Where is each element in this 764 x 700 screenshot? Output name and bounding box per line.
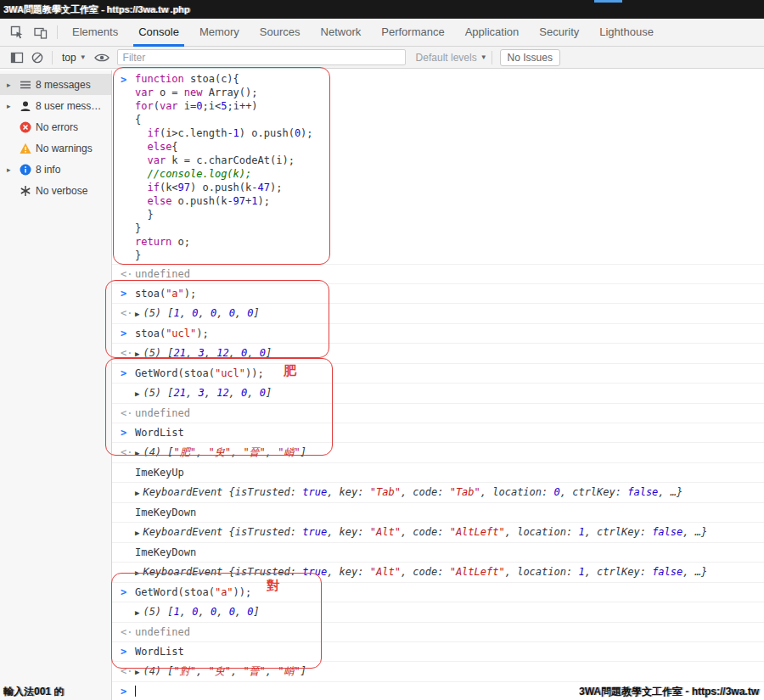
divider: [57, 25, 58, 39]
issues-badge[interactable]: No Issues: [500, 49, 560, 66]
sidebar-item-info[interactable]: ▸8 info: [0, 159, 111, 180]
tab-lighthouse[interactable]: Lighthouse: [589, 19, 664, 47]
console-entry-content: ▶(5) [21, 3, 12, 0, 0]: [135, 385, 757, 401]
inspect-element-icon[interactable]: [5, 21, 29, 43]
disclosure-triangle-icon[interactable]: ▶: [135, 310, 139, 318]
disclosure-triangle-icon[interactable]: ▶: [135, 350, 139, 358]
tab-memory[interactable]: Memory: [189, 19, 250, 47]
code-line: else o.push(k-97+1);: [135, 194, 757, 208]
sidebar-item-errors[interactable]: No errors: [0, 116, 111, 137]
user-icon: [20, 100, 31, 112]
active-tab-accent-line: [594, 0, 622, 3]
list-icon: [20, 79, 31, 91]
result-arrow-icon: <·: [121, 305, 135, 321]
page-title-suffix: .php: [170, 4, 189, 14]
input-chevron-icon: >: [121, 684, 135, 699]
disclosure-triangle-icon[interactable]: ▶: [135, 668, 139, 676]
sidebar-item-label: No warnings: [36, 143, 93, 154]
console-entry-log: ImeKeyDown: [112, 502, 764, 522]
chevron-down-icon: ▼: [80, 53, 87, 61]
console-toolbar: top ▼ Default levels ▼ No Issues: [0, 47, 764, 69]
tab-performance[interactable]: Performance: [371, 19, 454, 47]
console-entry-content: GetWord(stoa("ucl"));: [135, 366, 757, 381]
devtools-panel: ElementsConsoleMemorySourcesNetworkPerfo…: [0, 19, 764, 700]
tab-security[interactable]: Security: [529, 19, 589, 47]
console-entry-result: <·▶(5) [1, 0, 0, 0, 0]: [112, 303, 764, 323]
console-entry-content: GetWord(stoa("a"));: [135, 585, 757, 600]
code-line: //console.log(k);: [135, 167, 757, 181]
clear-console-icon[interactable]: [27, 48, 48, 67]
console-entry-result: <·undefined: [112, 622, 764, 641]
sidebar-item-label: 8 messages: [36, 79, 91, 91]
input-chevron-icon: >: [121, 286, 135, 301]
console-entry-log: ▶(5) [21, 3, 12, 0, 0]: [112, 383, 764, 403]
console-entry-result: <·undefined: [112, 264, 764, 283]
code-line: else{: [135, 140, 757, 154]
console-sidebar-toggle-icon[interactable]: [7, 48, 27, 67]
tab-network[interactable]: Network: [311, 19, 372, 47]
expand-arrow-icon[interactable]: ▸: [7, 102, 15, 110]
watermark-bottom-left: 輸入法001 的: [3, 685, 64, 699]
code-line: }: [135, 221, 757, 235]
sidebar-item-label: No verbose: [36, 185, 87, 197]
console-entry-log: ▶KeyboardEvent {isTrusted: true, key: "A…: [112, 562, 764, 582]
sidebar-item-verbose[interactable]: No verbose: [0, 180, 111, 201]
input-chevron-icon: >: [121, 585, 135, 600]
sidebar-item-user-messages[interactable]: ▸8 user mess…: [0, 95, 111, 116]
devtools-tabbar: ElementsConsoleMemorySourcesNetworkPerfo…: [0, 19, 764, 47]
sidebar-item-warnings[interactable]: No warnings: [0, 137, 111, 159]
console-entry-result: <·▶(5) [21, 3, 12, 0, 0]: [112, 343, 764, 363]
info-icon: [20, 164, 31, 176]
screen: 3WA問題教學文工作室 - https://3wa.tw .php Elemen…: [0, 0, 764, 700]
log-levels-label: Default levels: [416, 52, 477, 64]
tab-console[interactable]: Console: [128, 19, 189, 47]
code-line: if(i>c.length-1) o.push(0);: [135, 126, 757, 140]
disclosure-triangle-icon[interactable]: ▶: [135, 489, 139, 497]
console-entry-log: ImeKeyUp: [112, 462, 764, 482]
console-entry-log: ▶(5) [1, 0, 0, 0, 0]: [112, 602, 764, 622]
code-line: function stoa(c){: [135, 72, 757, 86]
code-line: }: [135, 249, 757, 262]
disclosure-triangle-icon[interactable]: ▶: [135, 449, 139, 457]
live-expression-eye-icon[interactable]: [92, 48, 112, 67]
context-selector[interactable]: top ▼: [57, 52, 92, 64]
disclosure-triangle-icon[interactable]: ▶: [135, 608, 139, 617]
console-entry-input: >stoa("ucl");: [112, 323, 764, 343]
tab-application[interactable]: Application: [455, 19, 530, 47]
code-line: }: [135, 208, 757, 221]
result-arrow-icon: <·: [121, 664, 135, 679]
sidebar-item-label: 8 info: [36, 164, 60, 176]
sidebar-item-label: No errors: [36, 121, 78, 133]
console-entry-content: ImeKeyUp: [135, 465, 757, 480]
devtools-tabs: ElementsConsoleMemorySourcesNetworkPerfo…: [62, 19, 664, 47]
code-line: var k = c.charCodeAt(i);: [135, 154, 757, 167]
result-arrow-icon: <·: [121, 406, 135, 421]
console-entry-content: undefined: [135, 266, 757, 282]
console-entry-input: >stoa("a");: [112, 283, 764, 303]
code-line: var o = new Array();: [135, 86, 757, 99]
expand-arrow-icon[interactable]: ▸: [7, 165, 15, 174]
disclosure-triangle-icon[interactable]: ▶: [135, 568, 139, 577]
verbose-icon: [20, 185, 31, 197]
console-entry-content: ▶(4) ["對", "臾", "晉", "峭"]: [135, 664, 757, 680]
disclosure-triangle-icon[interactable]: ▶: [135, 529, 139, 537]
filter-input[interactable]: [117, 49, 406, 65]
console-entry-content: WordList: [135, 425, 757, 440]
chevron-down-icon: ▼: [480, 53, 487, 61]
console-entry-content: stoa("a");: [135, 286, 757, 301]
log-levels-selector[interactable]: Default levels ▼: [416, 52, 487, 64]
device-toolbar-icon[interactable]: [29, 21, 53, 43]
console-entry-input: >WordList: [112, 641, 764, 661]
sidebar-item-messages[interactable]: ▸8 messages: [0, 74, 111, 95]
console-log: >function stoa(c){var o = new Array();fo…: [112, 70, 764, 700]
console-entry-content: undefined: [135, 406, 757, 421]
console-entry-content: ▶(5) [1, 0, 0, 0, 0]: [135, 305, 757, 322]
console-entry-input: >WordList: [112, 423, 764, 442]
sidebar-item-label: 8 user mess…: [36, 100, 101, 112]
console-entry-content: function stoa(c){var o = new Array();for…: [135, 72, 757, 262]
console-entry-input: >GetWord(stoa("a"));: [112, 582, 764, 602]
tab-elements[interactable]: Elements: [62, 19, 128, 47]
tab-sources[interactable]: Sources: [250, 19, 311, 47]
expand-arrow-icon[interactable]: ▸: [7, 81, 15, 89]
disclosure-triangle-icon[interactable]: ▶: [135, 389, 139, 398]
